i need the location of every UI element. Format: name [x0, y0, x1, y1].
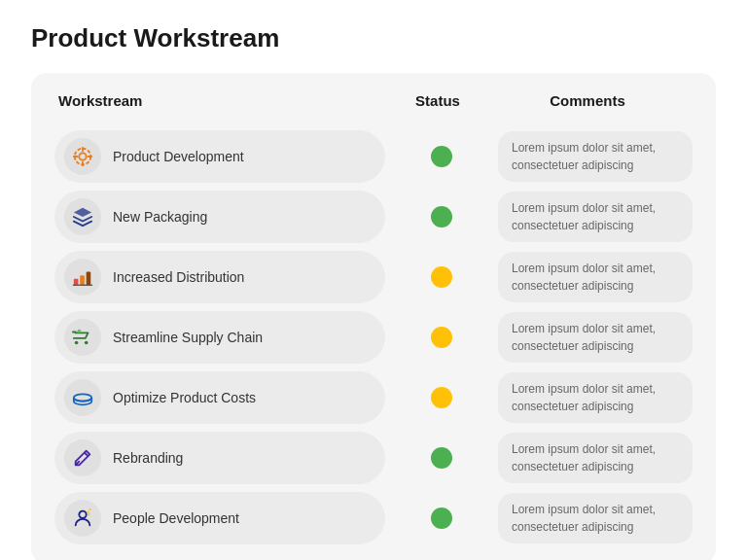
- status-cell-increased-distribution: [393, 266, 490, 288]
- people-dev-icon: [64, 500, 101, 537]
- comment-cell-new-packaging: Lorem ipsum dolor sit amet, consectetuer…: [498, 192, 693, 242]
- table-row: People Development Lorem ipsum dolor sit…: [54, 492, 693, 544]
- svg-point-11: [85, 341, 89, 345]
- table-body: Product Development Lorem ipsum dolor si…: [54, 130, 693, 544]
- workstream-label: Rebranding: [113, 450, 183, 466]
- status-dot: [431, 447, 452, 469]
- svg-point-0: [79, 153, 86, 159]
- status-cell-people-development: [393, 508, 490, 529]
- costs-icon: [64, 379, 101, 416]
- table-row: Product Development Lorem ipsum dolor si…: [54, 130, 693, 183]
- workstream-cell-increased-distribution: Increased Distribution: [54, 251, 385, 303]
- status-dot: [431, 508, 452, 529]
- workstream-table: Workstream Status Comments Product Devel…: [31, 73, 716, 560]
- table-row: Rebranding Lorem ipsum dolor sit amet, c…: [54, 432, 693, 484]
- svg-rect-8: [87, 272, 91, 286]
- workstream-label: People Development: [113, 510, 239, 526]
- status-cell-product-development: [393, 146, 490, 167]
- svg-point-10: [75, 341, 79, 345]
- status-dot: [431, 327, 452, 348]
- supply-chain-icon: [64, 319, 101, 356]
- comment-cell-increased-distribution: Lorem ipsum dolor sit amet, consectetuer…: [498, 252, 693, 302]
- comment-cell-product-development: Lorem ipsum dolor sit amet, consectetuer…: [498, 131, 693, 182]
- distribution-icon: [64, 259, 101, 296]
- col-workstream: Workstream: [58, 92, 389, 109]
- table-row: New Packaging Lorem ipsum dolor sit amet…: [54, 191, 693, 243]
- status-dot: [431, 146, 452, 167]
- status-dot: [431, 387, 452, 408]
- workstream-label: Optimize Product Costs: [113, 390, 256, 405]
- table-row: Optimize Product Costs Lorem ipsum dolor…: [54, 371, 693, 424]
- table-header: Workstream Status Comments: [54, 92, 693, 121]
- comment-cell-rebranding: Lorem ipsum dolor sit amet, consectetuer…: [498, 433, 693, 483]
- workstream-cell-rebranding: Rebranding: [54, 432, 385, 484]
- workstream-cell-new-packaging: New Packaging: [54, 191, 385, 243]
- table-row: Increased Distribution Lorem ipsum dolor…: [54, 251, 693, 303]
- workstream-label: Increased Distribution: [113, 269, 244, 285]
- workstream-label: Product Development: [113, 149, 244, 164]
- status-cell-optimize-product-costs: [393, 387, 490, 408]
- workstream-cell-optimize-product-costs: Optimize Product Costs: [54, 371, 385, 424]
- workstream-label: New Packaging: [113, 209, 207, 225]
- svg-rect-6: [74, 279, 79, 285]
- col-status: Status: [389, 92, 486, 109]
- table-row: Streamline Supply Chain Lorem ipsum dolo…: [54, 311, 693, 364]
- page-title: Product Workstream: [31, 23, 716, 53]
- packaging-icon: [64, 198, 101, 235]
- workstream-cell-people-development: People Development: [54, 492, 385, 544]
- comment-cell-optimize-product-costs: Lorem ipsum dolor sit amet, consectetuer…: [498, 372, 693, 423]
- svg-rect-7: [80, 275, 85, 285]
- svg-point-12: [78, 330, 82, 333]
- col-comments: Comments: [486, 92, 689, 109]
- workstream-label: Streamline Supply Chain: [113, 330, 263, 345]
- status-dot: [431, 266, 452, 288]
- workstream-cell-product-development: Product Development: [54, 130, 385, 183]
- comment-cell-streamline-supply-chain: Lorem ipsum dolor sit amet, consectetuer…: [498, 312, 693, 363]
- comment-cell-people-development: Lorem ipsum dolor sit amet, consectetuer…: [498, 493, 693, 543]
- status-cell-rebranding: [393, 447, 490, 469]
- workstream-cell-streamline-supply-chain: Streamline Supply Chain: [54, 311, 385, 364]
- rebranding-icon: [64, 439, 101, 476]
- status-cell-streamline-supply-chain: [393, 327, 490, 348]
- svg-point-14: [79, 511, 86, 518]
- status-cell-new-packaging: [393, 206, 490, 228]
- product-dev-icon: [64, 138, 101, 175]
- status-dot: [431, 206, 452, 228]
